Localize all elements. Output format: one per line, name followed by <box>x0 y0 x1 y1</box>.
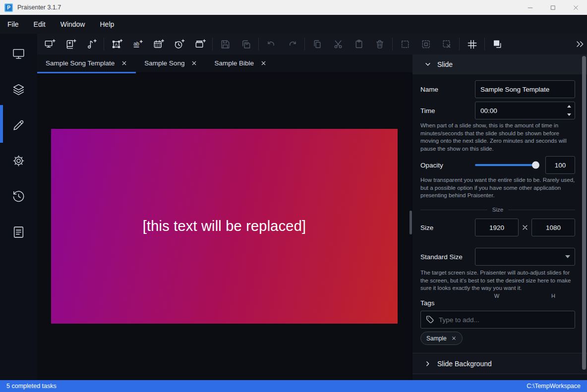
opacity-slider-thumb[interactable] <box>532 162 539 169</box>
menu-help[interactable]: Help <box>94 15 120 34</box>
delete-button[interactable] <box>369 34 390 55</box>
save-button[interactable] <box>215 34 235 55</box>
history-icon <box>11 189 26 204</box>
arrange-button[interactable] <box>487 34 508 55</box>
window-controls <box>519 0 587 15</box>
app-logo-icon: P <box>4 3 13 12</box>
opacity-input[interactable] <box>545 156 575 174</box>
slide-properties-panel: Slide Name Time When part of a slide sho… <box>412 55 587 380</box>
opacity-help-text: How transparent you want the entire slid… <box>420 176 577 200</box>
slide-background-section-header[interactable]: Slide Background <box>412 353 587 374</box>
tab-label: Sample Song <box>144 59 184 67</box>
slide-section-header[interactable]: Slide <box>412 55 587 74</box>
insert-media-button[interactable] <box>189 34 210 55</box>
redo-button[interactable] <box>282 34 302 55</box>
toolbar-separator <box>258 38 259 51</box>
svg-text:ab: ab <box>133 41 139 47</box>
insert-text-button[interactable]: ab <box>127 34 148 55</box>
toolbar-separator <box>212 38 213 51</box>
menu-window[interactable]: Window <box>55 15 91 34</box>
paste-button[interactable] <box>349 34 369 55</box>
select-region-button[interactable] <box>395 34 415 55</box>
split-handle[interactable] <box>410 211 412 234</box>
cut-button[interactable] <box>328 34 349 55</box>
tab-close-icon[interactable] <box>191 60 197 66</box>
tab-sample-song[interactable]: Sample Song <box>136 55 206 73</box>
tab-close-icon[interactable] <box>121 60 127 66</box>
tag-pill-sample: Sample <box>420 332 463 345</box>
deselect-button[interactable] <box>436 34 457 55</box>
sidebar-item-editor[interactable] <box>0 107 37 143</box>
size-help-text: The target screen size. Praisenter will … <box>420 269 577 292</box>
insert-countdown-button[interactable] <box>169 34 189 55</box>
toolbar-separator <box>459 38 460 51</box>
size-section-divider: Size <box>420 206 575 213</box>
undo-button[interactable] <box>261 34 282 55</box>
tab-label: Sample Song Template <box>46 59 115 67</box>
chevron-down-icon <box>424 61 431 68</box>
toolbar-separator <box>304 38 305 51</box>
size-label: Size <box>420 224 475 231</box>
tag-pill-label: Sample <box>426 335 447 342</box>
time-label: Time <box>420 107 475 114</box>
sidebar-item-library[interactable] <box>0 71 37 107</box>
toolbar-separator <box>392 38 393 51</box>
opacity-label: Opacity <box>420 162 475 169</box>
window-title: Praisenter 3.1.7 <box>17 4 61 11</box>
opacity-slider[interactable] <box>475 164 538 166</box>
tags-input[interactable] <box>420 311 575 329</box>
status-tasks-text: 5 completed tasks <box>6 383 57 390</box>
size-divider-label: Size <box>492 207 503 213</box>
pencil-icon <box>11 118 26 132</box>
panel-scrollbar[interactable] <box>582 56 586 370</box>
time-help-text: When part of a slide show, this is the a… <box>420 122 577 153</box>
svg-text:A: A <box>115 42 117 47</box>
multiply-icon <box>519 224 531 231</box>
sidebar-item-present[interactable] <box>0 36 37 71</box>
time-decrement-button[interactable] <box>564 111 575 119</box>
title-bar: P Praisenter 3.1.7 <box>0 0 587 15</box>
main-toolbar: A ab <box>37 34 587 55</box>
time-increment-button[interactable] <box>564 102 575 111</box>
menu-edit[interactable]: Edit <box>28 15 52 34</box>
sidebar-item-settings[interactable] <box>0 143 37 178</box>
menu-file[interactable]: File <box>1 15 25 34</box>
standard-size-label: Standard Size <box>420 253 475 261</box>
insert-textbox-button[interactable]: A <box>106 34 127 55</box>
toolbar-overflow-button[interactable] <box>572 34 587 55</box>
new-slide-button[interactable] <box>39 34 60 55</box>
remove-tag-icon[interactable] <box>451 336 457 341</box>
dropdown-chevron-icon[interactable] <box>565 255 570 258</box>
new-bible-button[interactable] <box>60 34 81 55</box>
status-workspace-path: C:\TempWorkspace <box>527 383 581 390</box>
slide-placeholder-text[interactable]: [this text will be replaced] <box>143 218 306 234</box>
maximize-button[interactable] <box>541 0 564 15</box>
menu-bar: File Edit Window Help <box>0 15 587 34</box>
select-contained-button[interactable] <box>415 34 436 55</box>
toolbar-separator <box>484 38 485 51</box>
document-icon <box>11 225 26 239</box>
tab-sample-bible[interactable]: Sample Bible <box>206 55 275 73</box>
standard-size-select[interactable] <box>475 248 575 266</box>
grid-button[interactable] <box>462 34 482 55</box>
name-input[interactable] <box>475 80 575 98</box>
minimize-button[interactable] <box>519 0 541 15</box>
tab-sample-song-template[interactable]: Sample Song Template <box>37 55 136 73</box>
sidebar-item-tasks[interactable] <box>0 214 37 250</box>
new-song-button[interactable] <box>81 34 102 55</box>
sidebar-item-history[interactable] <box>0 178 37 214</box>
close-button[interactable] <box>564 0 587 15</box>
width-input[interactable] <box>475 219 519 236</box>
slide-editor-canvas: [this text will be replaced] <box>37 73 411 380</box>
monitor-icon <box>11 47 26 61</box>
copy-button[interactable] <box>307 34 328 55</box>
time-spinner <box>564 102 575 119</box>
status-bar: 5 completed tasks C:\TempWorkspace <box>0 380 587 392</box>
chevron-right-icon <box>424 360 431 367</box>
time-input[interactable] <box>475 102 575 119</box>
insert-date-button[interactable] <box>148 34 169 55</box>
slide-preview[interactable]: [this text will be replaced] <box>51 129 398 324</box>
height-input[interactable] <box>531 219 575 236</box>
tab-close-icon[interactable] <box>260 60 267 66</box>
save-copy-button[interactable] <box>235 34 256 55</box>
